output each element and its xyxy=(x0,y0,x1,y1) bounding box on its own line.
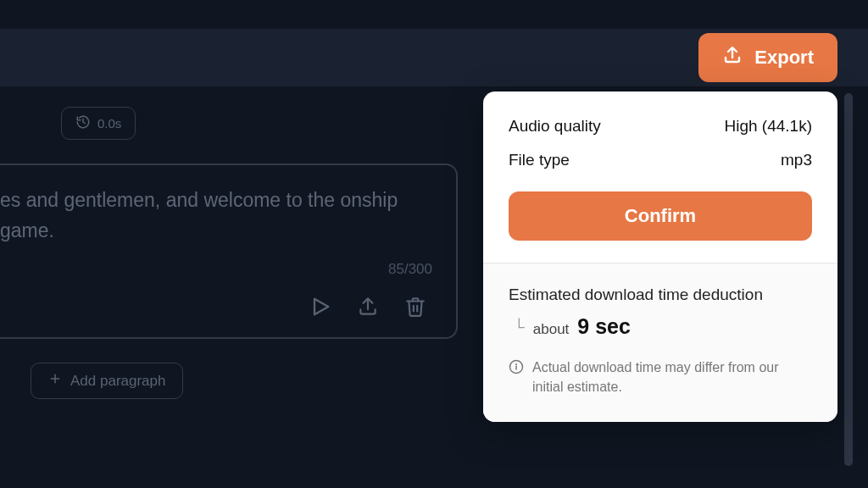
estimate-label: Estimated download time deduction xyxy=(509,286,812,304)
confirm-button-label: Confirm xyxy=(625,205,696,226)
svg-marker-0 xyxy=(314,299,328,315)
add-paragraph-label: Add paragraph xyxy=(70,373,165,390)
tree-corner-icon: └ xyxy=(514,319,525,336)
disclaimer-row: Actual download time may differ from our… xyxy=(509,358,812,396)
export-button[interactable]: Export xyxy=(698,33,837,82)
upload-icon xyxy=(722,45,743,70)
export-button-label: Export xyxy=(754,47,814,69)
clock-forward-icon xyxy=(75,114,91,132)
estimate-about: about xyxy=(533,321,570,338)
audio-quality-row[interactable]: Audio quality High (44.1k) xyxy=(509,117,812,136)
editor-area: 0.0s es and gentlemen, and welcome to th… xyxy=(0,107,458,399)
disclaimer-text: Actual download time may differ from our… xyxy=(532,358,812,396)
character-count: 85/300 xyxy=(0,261,436,278)
add-paragraph-button[interactable]: Add paragraph xyxy=(31,363,183,399)
time-pill-value: 0.0s xyxy=(97,116,121,130)
plus-icon xyxy=(48,372,62,390)
svg-point-5 xyxy=(516,364,517,365)
script-text[interactable]: es and gentlemen, and welcome to the ons… xyxy=(0,186,436,246)
estimate-number: 9 sec xyxy=(577,314,631,339)
export-settings: Audio quality High (44.1k) File type mp3… xyxy=(483,92,837,263)
play-icon[interactable] xyxy=(307,293,334,320)
audio-quality-value: High (44.1k) xyxy=(725,117,813,136)
card-actions xyxy=(0,293,436,320)
audio-quality-label: Audio quality xyxy=(509,117,601,136)
trash-icon[interactable] xyxy=(402,293,429,320)
confirm-button[interactable]: Confirm xyxy=(509,191,812,241)
upload-icon[interactable] xyxy=(354,293,381,320)
time-pill[interactable]: 0.0s xyxy=(61,107,136,140)
file-type-value: mp3 xyxy=(781,151,812,169)
file-type-row[interactable]: File type mp3 xyxy=(509,151,812,169)
text-card[interactable]: es and gentlemen, and welcome to the ons… xyxy=(0,164,458,339)
export-estimate: Estimated download time deduction └ abou… xyxy=(483,263,837,422)
info-icon xyxy=(509,358,524,380)
file-type-label: File type xyxy=(509,151,570,169)
scrollbar[interactable] xyxy=(844,93,853,466)
export-popover: Audio quality High (44.1k) File type mp3… xyxy=(483,92,837,422)
top-bar: Export xyxy=(0,29,868,86)
estimate-value-row: └ about 9 sec xyxy=(509,314,812,339)
